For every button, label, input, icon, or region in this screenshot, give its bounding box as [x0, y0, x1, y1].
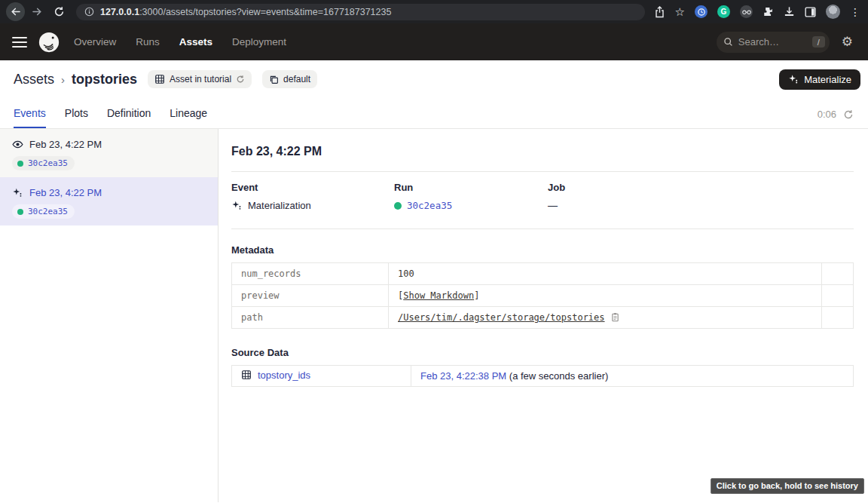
tab-definition[interactable]: Definition: [107, 107, 151, 128]
url-host: 127.0.0.1: [100, 7, 139, 17]
dagster-logo: [38, 31, 60, 54]
run-status-dot: [17, 209, 23, 215]
metadata-key-cell: path: [232, 307, 389, 329]
nav-item-deployment[interactable]: Deployment: [232, 36, 286, 48]
refresh-countdown: 0:06: [818, 109, 836, 120]
asset-tabs: Events Plots Definition Lineage 0:06: [0, 98, 868, 129]
code-location-badge[interactable]: Asset in tutorial: [148, 70, 252, 88]
gear-icon[interactable]: ⚙: [842, 35, 853, 48]
back-history-tooltip: Click to go back, hold to see history: [711, 478, 864, 494]
path-link[interactable]: /Users/tim/.dagster/storage/topstories: [398, 312, 605, 323]
browser-forward-button[interactable]: [28, 2, 47, 21]
asset-events-content: Feb 23, 4:22 PM 30c2ea35 Feb 23, 4:22 PM…: [0, 129, 868, 502]
url-path: :3000/assets/topstories?view=events&time…: [139, 7, 391, 17]
sparkle-icon: [231, 200, 243, 211]
browser-url-bar[interactable]: 127.0.0.1:3000/assets/topstories?view=ev…: [76, 4, 645, 20]
metadata-value-cell: /Users/tim/.dagster/storage/topstories: [389, 307, 822, 329]
group-copy-icon: [269, 75, 279, 84]
job-value: —: [548, 200, 558, 211]
run-status-dot: [17, 161, 23, 167]
browser-profile-avatar[interactable]: [826, 5, 840, 19]
group-badge[interactable]: default: [262, 70, 317, 88]
nav-item-assets[interactable]: Assets: [179, 36, 212, 48]
grammarly-extension-icon[interactable]: G: [717, 5, 730, 18]
source-relative-time: (a few seconds earlier): [509, 370, 609, 382]
code-location-label: Asset in tutorial: [170, 74, 231, 84]
refresh-icon[interactable]: [843, 109, 854, 120]
event-detail-panel: Feb 23, 4:22 PM Event Materialization Ru…: [219, 129, 868, 502]
metadata-value-cell: 100: [389, 263, 822, 285]
browser-back-button[interactable]: [6, 2, 25, 21]
list-item-observation-event[interactable]: Feb 23, 4:22 PM 30c2ea35: [0, 129, 218, 177]
run-id-pill[interactable]: 30c2ea35: [12, 156, 75, 170]
browser-chrome: 127.0.0.1:3000/assets/topstories?view=ev…: [0, 0, 868, 23]
share-icon[interactable]: [654, 6, 665, 18]
run-column: Run 30c2ea35: [394, 182, 548, 211]
sparkle-icon: [12, 187, 23, 198]
refresh-timer: 0:06: [818, 109, 854, 128]
table-row: path /Users/tim/.dagster/storage/topstor…: [232, 307, 854, 329]
event-column: Event Materialization: [231, 182, 394, 211]
search-placeholder: Search…: [738, 36, 807, 48]
table-row: preview [Show Markdown]: [232, 285, 854, 307]
breadcrumb-separator: ›: [61, 73, 65, 86]
extension-clock-icon[interactable]: [695, 5, 708, 18]
nav-item-overview[interactable]: Overview: [74, 36, 116, 48]
tab-events[interactable]: Events: [14, 107, 46, 128]
breadcrumb-assets-link[interactable]: Assets: [14, 72, 54, 87]
run-id-link[interactable]: 30c2ea35: [407, 200, 452, 211]
primary-nav: Overview Runs Assets Deployment: [74, 36, 286, 48]
tab-lineage[interactable]: Lineage: [170, 107, 207, 128]
tab-plots[interactable]: Plots: [65, 107, 88, 128]
bracket: ]: [474, 290, 479, 301]
event-label: Event: [231, 182, 394, 193]
job-label: Job: [548, 182, 854, 193]
upstream-asset-name: topstory_ids: [258, 370, 310, 381]
extensions-puzzle-icon[interactable]: [763, 6, 774, 17]
search-icon: [723, 37, 733, 47]
metadata-value-cell: [Show Markdown]: [389, 285, 822, 307]
extension-glasses-icon[interactable]: [740, 5, 753, 18]
event-type-value: Materialization: [248, 200, 311, 211]
source-data-table: topstory_ids Feb 23, 4:22:38 PM (a few s…: [231, 365, 854, 387]
upstream-asset-link[interactable]: topstory_ids: [241, 370, 310, 381]
event-time: Feb 23, 4:22 PM: [29, 187, 102, 198]
menu-icon[interactable]: [12, 37, 27, 48]
list-item-materialization-event[interactable]: Feb 23, 4:22 PM 30c2ea35: [0, 177, 218, 225]
source-time-cell: Feb 23, 4:22:38 PM (a few seconds earlie…: [411, 366, 854, 387]
event-detail-title: Feb 23, 4:22 PM: [231, 145, 854, 158]
breadcrumb: Assets › topstories: [14, 72, 137, 87]
event-time: Feb 23, 4:22 PM: [29, 139, 102, 150]
materialize-label: Materialize: [804, 74, 851, 85]
search-shortcut-key: /: [812, 36, 825, 48]
group-label: default: [283, 74, 310, 84]
source-asset-cell: topstory_ids: [232, 366, 411, 387]
bookmark-star-icon[interactable]: ☆: [675, 5, 685, 19]
show-markdown-link[interactable]: Show Markdown: [403, 290, 474, 301]
downloads-icon[interactable]: [784, 6, 795, 17]
browser-toolbar-icons: ☆ G ⋮: [654, 5, 862, 19]
arrow-right-icon: [31, 5, 44, 18]
site-info-icon[interactable]: [84, 7, 94, 17]
app-nav-bar: Overview Runs Assets Deployment Search… …: [0, 23, 868, 60]
metadata-table: num_records 100 preview [Show Markdown] …: [231, 262, 854, 329]
copy-path-icon[interactable]: [610, 312, 620, 322]
nav-item-runs[interactable]: Runs: [136, 36, 160, 48]
run-label: Run: [394, 182, 548, 193]
job-column: Job —: [548, 182, 854, 211]
url-text: 127.0.0.1:3000/assets/topstories?view=ev…: [100, 7, 391, 17]
search-input[interactable]: Search… /: [717, 32, 830, 53]
divider: [231, 228, 854, 229]
run-id-pill[interactable]: 30c2ea35: [12, 204, 75, 219]
source-data-heading: Source Data: [231, 347, 854, 358]
side-panel-icon[interactable]: [805, 7, 816, 17]
browser-reload-button[interactable]: [50, 2, 69, 21]
metadata-empty-cell: [822, 285, 854, 307]
materialize-button[interactable]: Materialize: [779, 69, 860, 90]
metadata-empty-cell: [822, 263, 854, 285]
source-timestamp-link[interactable]: Feb 23, 4:22:38 PM: [420, 370, 506, 382]
event-summary-row: Event Materialization Run 30c2ea35 Job —: [231, 172, 854, 228]
reload-location-icon[interactable]: [236, 75, 245, 84]
browser-menu-icon[interactable]: ⋮: [850, 6, 860, 18]
asset-grid-icon: [241, 370, 252, 380]
